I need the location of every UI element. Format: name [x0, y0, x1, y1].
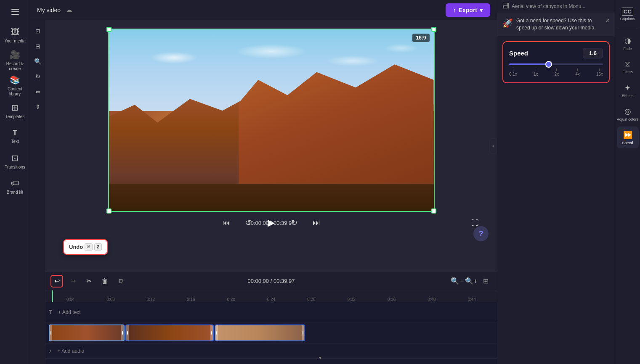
- clip-1-left-handle[interactable]: [50, 325, 52, 340]
- sidebar-item-templates[interactable]: ⊞ Templates: [3, 99, 28, 123]
- handle-top-left[interactable]: [106, 27, 112, 32]
- video-clip-3[interactable]: [215, 324, 305, 341]
- speed-slider-container[interactable]: [509, 63, 603, 65]
- canyon-foreground: [109, 184, 434, 211]
- ruler-mark-7: 0:32: [347, 297, 355, 302]
- handle-top-right[interactable]: [431, 27, 436, 32]
- clip-3-right-handle[interactable]: [302, 325, 304, 340]
- speed-tick-4: 16x: [596, 69, 603, 76]
- record-create-label: Record & create: [3, 61, 28, 71]
- panel-dropdown-arrow[interactable]: ▾: [319, 355, 321, 361]
- transitions-label: Transitions: [5, 165, 25, 170]
- zoom-tool-button[interactable]: 🔍: [32, 55, 44, 67]
- add-audio-button[interactable]: + Add audio: [54, 346, 88, 356]
- undo-tooltip: Undo ⌘ Z: [63, 239, 108, 255]
- add-text-button[interactable]: + Add text: [55, 308, 84, 317]
- ruler-mark-9: 0:40: [428, 297, 436, 302]
- filters-icon: ⧖: [625, 60, 630, 69]
- right-sidebar: CC Captions ◑ Fade ⧖ Filters ✦ Effects ◎…: [615, 0, 640, 364]
- rs-item-captions[interactable]: CC Captions: [617, 3, 639, 25]
- notification-close-button[interactable]: ×: [606, 17, 610, 24]
- menu-button[interactable]: [7, 4, 24, 19]
- rs-item-effects[interactable]: ✦ Effects: [617, 79, 639, 101]
- time-display: 00:00:00 / 00:39.97: [247, 220, 295, 226]
- delete-button[interactable]: 🗑: [98, 275, 111, 288]
- captions-label: Captions: [620, 17, 635, 21]
- speed-ticks: 0.1x 1x 2x 4x 16x: [509, 69, 603, 76]
- cut-button[interactable]: ✂: [82, 275, 95, 288]
- text-track-row: T + Add text: [45, 302, 497, 322]
- clip-1-right-handle[interactable]: [121, 325, 124, 340]
- flip-h-tool-button[interactable]: ⇔: [32, 86, 44, 98]
- right-panel-collapse-arrow[interactable]: ›: [489, 138, 497, 153]
- speed-value-display[interactable]: 1.6: [583, 48, 603, 58]
- video-track-row: [45, 322, 497, 343]
- video-track-content: [49, 324, 497, 341]
- text-track-icon: T: [49, 309, 52, 315]
- clip-2-left-handle[interactable]: [126, 325, 129, 340]
- skip-forward-button[interactable]: ⏭: [310, 216, 323, 229]
- ruler-mark-2: 0:12: [147, 297, 155, 302]
- clip-3-left-handle[interactable]: [215, 325, 218, 340]
- video-clip-2[interactable]: [125, 324, 214, 341]
- tick-line-1: [536, 69, 536, 71]
- project-title: My video: [37, 7, 61, 13]
- speed-slider-track: [509, 63, 603, 65]
- timeline-zoom-controls: 🔍− 🔍+ ⊞: [451, 275, 492, 288]
- templates-icon: ⊞: [11, 103, 19, 113]
- redo-button[interactable]: ↪: [66, 275, 79, 288]
- transitions-icon: ⊡: [11, 153, 19, 163]
- clip-2-right-handle[interactable]: [210, 325, 213, 340]
- sidebar-item-content-library[interactable]: 📚 Content library: [3, 74, 28, 98]
- rs-item-filters[interactable]: ⧖ Filters: [617, 56, 639, 78]
- brand-kit-label: Brand kit: [7, 190, 23, 195]
- timeline-tracks: T + Add text: [45, 302, 497, 364]
- zoom-out-button[interactable]: 🔍−: [451, 275, 463, 288]
- speed-header: Speed 1.6: [509, 48, 603, 58]
- tick-label-3: 4x: [575, 72, 580, 76]
- undo-button[interactable]: ↩: [50, 275, 63, 288]
- ruler-mark-5: 0:24: [267, 297, 275, 302]
- video-clip-1[interactable]: [49, 324, 125, 341]
- record-create-icon: 🎥: [10, 50, 20, 60]
- audio-track-row: ♪ + Add audio: [45, 343, 497, 359]
- undo-label: Undo: [69, 244, 83, 250]
- undo-key: Z: [94, 243, 102, 251]
- duplicate-button[interactable]: ⧉: [114, 275, 127, 288]
- speed-tick-1: 1x: [534, 69, 538, 76]
- ruler-mark-0: 0:04: [66, 297, 74, 302]
- timeline-section: Undo ⌘ Z ↩ ↪ ✂ 🗑 ⧉ 00:00:00 / 00:39.97 �: [45, 272, 497, 364]
- speed-slider-thumb[interactable]: [545, 61, 552, 68]
- rs-item-adjust-colors[interactable]: ◎ Adjust colors: [617, 103, 639, 125]
- video-file-icon: 🎞: [502, 3, 509, 10]
- help-button[interactable]: ?: [473, 226, 489, 241]
- skip-back-button[interactable]: ⏮: [220, 216, 233, 229]
- fit-tool-button[interactable]: ⊡: [32, 25, 44, 37]
- left-sidebar: 🖼 Your media 🎥 Record & create 📚 Content…: [0, 0, 30, 364]
- export-button[interactable]: ↑ Export ▾: [446, 3, 490, 17]
- notification-bar: 🚀 Got a need for speed? Use this to spee…: [497, 13, 615, 36]
- undo-tooltip-content: Undo ⌘ Z: [69, 243, 102, 251]
- rotate-tool-button[interactable]: ↻: [32, 71, 44, 82]
- flip-v-tool-button[interactable]: ⇕: [32, 101, 44, 113]
- zoom-in-button[interactable]: 🔍+: [465, 275, 478, 288]
- speed-tick-3: 4x: [575, 69, 580, 76]
- crop-tool-button[interactable]: ⊟: [32, 40, 44, 52]
- video-label-bar: 🎞 Aerial view of canyons in Monu...: [497, 0, 615, 13]
- your-media-label: Your media: [4, 39, 25, 44]
- audio-track-icon: ♪: [49, 348, 52, 354]
- rs-item-fade[interactable]: ◑ Fade: [617, 32, 639, 54]
- video-container: 16:9: [108, 29, 435, 212]
- text-icon: T: [13, 129, 17, 137]
- sidebar-item-your-media[interactable]: 🖼 Your media: [3, 24, 28, 47]
- ruler-mark-4: 0:20: [227, 297, 235, 302]
- fit-timeline-button[interactable]: ⊞: [479, 275, 492, 288]
- cloud-save-icon: ☁: [66, 6, 72, 14]
- sidebar-item-text[interactable]: T Text: [3, 124, 28, 148]
- sidebar-item-brand-kit[interactable]: 🏷 Brand kit: [3, 175, 28, 198]
- rs-item-speed[interactable]: ⏩ Speed: [617, 127, 639, 148]
- fade-icon: ◑: [624, 36, 631, 45]
- sidebar-item-transitions[interactable]: ⊡ Transitions: [3, 150, 28, 173]
- sidebar-item-record-create[interactable]: 🎥 Record & create: [3, 49, 28, 72]
- tick-line-4: [599, 69, 600, 71]
